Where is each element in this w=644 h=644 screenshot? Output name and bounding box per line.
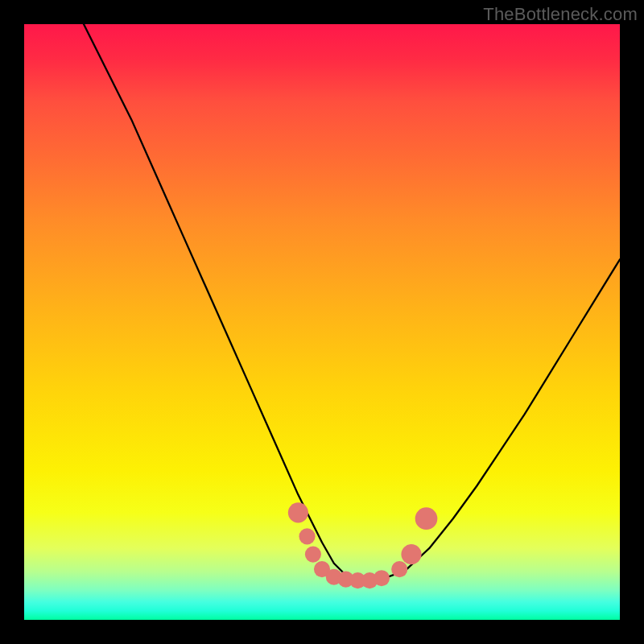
watermark-text: TheBottleneck.com [483,4,638,25]
curve-marker [288,502,308,522]
curve-group [84,24,620,581]
bottleneck-curve-svg [24,24,620,620]
curve-marker [305,547,321,563]
curve-marker [391,561,407,577]
curve-marker [299,528,315,544]
marker-group [288,502,438,588]
bottleneck-curve [84,24,620,581]
plot-area [24,24,620,620]
curve-marker [401,544,421,564]
chart-frame: TheBottleneck.com [0,0,644,644]
curve-marker [374,570,390,586]
curve-marker [415,507,438,530]
